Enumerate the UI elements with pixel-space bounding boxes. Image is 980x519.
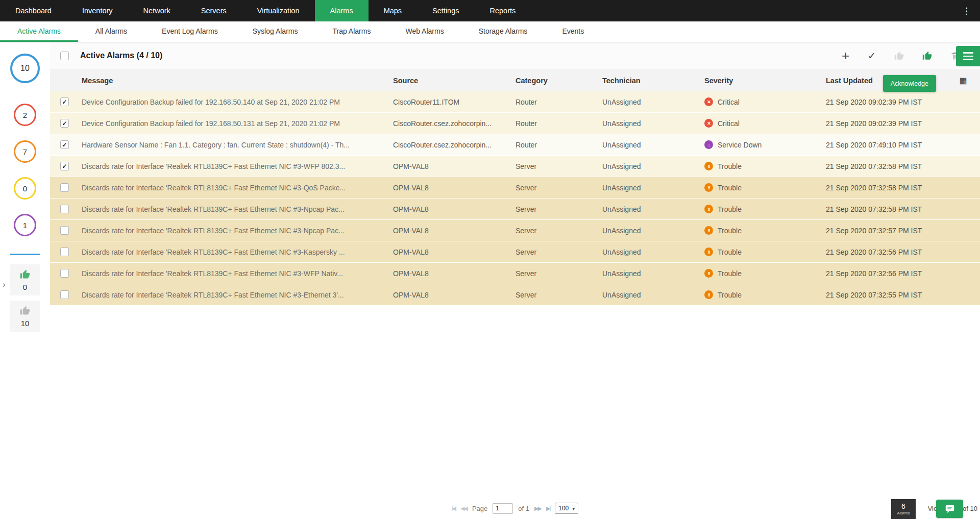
row-checkbox[interactable] — [60, 269, 69, 278]
subnav-storage-alarms[interactable]: Storage Alarms — [461, 21, 545, 42]
subnav-syslog-alarms[interactable]: Syslog Alarms — [235, 21, 315, 42]
nav-servers[interactable]: Servers — [186, 0, 242, 21]
table-row[interactable]: Discards rate for Interface 'Realtek RTL… — [50, 177, 980, 199]
table-row[interactable]: Discards rate for Interface 'Realtek RTL… — [50, 199, 980, 220]
row-checkbox[interactable] — [60, 290, 69, 299]
nav-inventory[interactable]: Inventory — [67, 0, 128, 21]
subnav-web-alarms[interactable]: Web Alarms — [388, 21, 461, 42]
alarm-last-updated: 21 Sep 2020 07:32:56 PM IST — [826, 248, 960, 256]
nav-network[interactable]: Network — [128, 0, 186, 21]
alarm-technician: UnAssigned — [602, 141, 704, 149]
nav-alarms[interactable]: Alarms — [315, 0, 369, 21]
severity-label: Trouble — [718, 227, 742, 235]
alarm-message[interactable]: Discards rate for Interface 'Realtek RTL… — [82, 248, 393, 256]
subnav-trap-alarms[interactable]: Trap Alarms — [315, 21, 388, 42]
page-size-value: 100 — [558, 505, 569, 512]
acknowledge-button[interactable] — [922, 51, 932, 61]
alarm-last-updated: 21 Sep 2020 07:32:57 PM IST — [826, 227, 960, 235]
next-page-button[interactable]: ▶▶ — [534, 505, 541, 512]
alarm-last-updated: 21 Sep 2020 07:32:58 PM IST — [826, 184, 960, 192]
nav-maps[interactable]: Maps — [369, 0, 417, 21]
table-row[interactable]: Device Configuration Backup failed for 1… — [50, 91, 980, 113]
alarm-message[interactable]: Device Configuration Backup failed for 1… — [82, 119, 393, 128]
subnav-event-log-alarms[interactable]: Event Log Alarms — [144, 21, 235, 42]
severity-filter-critical[interactable]: 2 — [14, 104, 36, 126]
severity-label: Trouble — [718, 162, 742, 170]
row-checkbox[interactable] — [60, 119, 69, 128]
severity-icon: ↓ — [704, 140, 713, 149]
nav-reports[interactable]: Reports — [475, 0, 531, 21]
severity-filter-service-down[interactable]: 1 — [14, 214, 36, 236]
alarm-category: Router — [516, 98, 602, 106]
severity-icon: !! — [704, 290, 713, 299]
table-row[interactable]: Discards rate for Interface 'Realtek RTL… — [50, 220, 980, 241]
feedback-button[interactable] — [936, 500, 963, 518]
table-row[interactable]: Discards rate for Interface 'Realtek RTL… — [50, 263, 980, 284]
sidebar-expand-chevron[interactable]: › — [0, 278, 8, 291]
alarm-message[interactable]: Hardware Sensor Name : Fan 1.1. Category… — [82, 141, 393, 149]
row-checkbox[interactable] — [60, 140, 69, 149]
alarm-message[interactable]: Discards rate for Interface 'Realtek RTL… — [82, 162, 393, 170]
subnav-events[interactable]: Events — [545, 21, 601, 42]
alarm-message[interactable]: Discards rate for Interface 'Realtek RTL… — [82, 269, 393, 278]
select-all-checkbox[interactable] — [60, 52, 69, 60]
actions-menu-button[interactable] — [956, 46, 980, 66]
alarm-source: CiscoRouter11.ITOM — [393, 98, 516, 106]
nav-virtualization[interactable]: Virtualization — [242, 0, 315, 21]
alarms-count-widget[interactable]: 6 Alarms — [891, 499, 916, 519]
alarm-message[interactable]: Discards rate for Interface 'Realtek RTL… — [82, 227, 393, 235]
column-header-technician[interactable]: Technician — [602, 77, 704, 85]
column-chooser-icon[interactable]: ▦ — [960, 76, 980, 85]
prev-page-button[interactable]: ◀◀ — [460, 505, 467, 512]
acknowledged-filter[interactable]: 0 — [10, 264, 40, 295]
ack-count: 0 — [23, 283, 27, 291]
severity-filter-trouble[interactable]: 7 — [14, 140, 36, 163]
page-number-input[interactable] — [493, 503, 513, 514]
table-row[interactable]: Discards rate for Interface 'Realtek RTL… — [50, 241, 980, 263]
nav-settings[interactable]: Settings — [417, 0, 474, 21]
table-row[interactable]: Discards rate for Interface 'Realtek RTL… — [50, 156, 980, 177]
unacknowledge-button[interactable] — [894, 51, 904, 61]
page-size-select[interactable]: 100 ▾ — [555, 503, 578, 514]
alarm-message[interactable]: Discards rate for Interface 'Realtek RTL… — [82, 205, 393, 213]
first-page-button[interactable]: |◀ — [452, 505, 455, 512]
severity-icon: !! — [704, 269, 713, 278]
alarm-category: Server — [516, 162, 602, 170]
row-checkbox[interactable] — [60, 97, 69, 106]
alarm-category: Server — [516, 248, 602, 256]
subnav-active-alarms[interactable]: Active Alarms — [0, 21, 78, 42]
alarm-message[interactable]: Discards rate for Interface 'Realtek RTL… — [82, 291, 393, 299]
thumb-up-icon — [894, 51, 904, 61]
alarm-technician: UnAssigned — [602, 291, 704, 299]
clear-alarm-button[interactable]: ✓ — [868, 50, 876, 62]
row-checkbox[interactable] — [60, 183, 69, 192]
unacknowledged-filter[interactable]: 10 — [10, 301, 40, 332]
add-alarm-button[interactable]: + — [842, 49, 849, 62]
row-checkbox[interactable] — [60, 162, 69, 170]
table-row[interactable]: Discards rate for Interface 'Realtek RTL… — [50, 284, 980, 306]
row-checkbox[interactable] — [60, 226, 69, 235]
severity-icon: !! — [704, 226, 713, 235]
column-header-source[interactable]: Source — [393, 77, 516, 85]
table-row[interactable]: Hardware Sensor Name : Fan 1.1. Category… — [50, 134, 980, 156]
severity-filter-attention[interactable]: 0 — [14, 177, 36, 200]
last-page-button[interactable]: ▶| — [546, 505, 550, 512]
subnav-all-alarms[interactable]: All Alarms — [78, 21, 144, 42]
sidebar: 102701 0 10 › — [0, 42, 50, 519]
thumb-up-icon — [20, 306, 30, 316]
alarm-message[interactable]: Discards rate for Interface 'Realtek RTL… — [82, 184, 393, 192]
row-checkbox[interactable] — [60, 248, 69, 256]
alarm-last-updated: 21 Sep 2020 07:32:56 PM IST — [826, 269, 960, 278]
column-header-message[interactable]: Message — [82, 77, 393, 85]
severity-filter-all[interactable]: 10 — [10, 54, 40, 83]
severity-icon: ✕ — [704, 97, 713, 106]
row-checkbox[interactable] — [60, 205, 69, 213]
nav-dashboard[interactable]: Dashboard — [0, 0, 67, 21]
alarms-count: 6 — [901, 503, 905, 510]
table-row[interactable]: Device Configuration Backup failed for 1… — [50, 113, 980, 134]
overflow-menu-icon[interactable]: ⋮ — [953, 0, 980, 21]
column-header-category[interactable]: Category — [516, 77, 602, 85]
column-header-severity[interactable]: Severity — [704, 77, 826, 85]
alarm-category: Server — [516, 184, 602, 192]
alarm-message[interactable]: Device Configuration Backup failed for 1… — [82, 98, 393, 106]
